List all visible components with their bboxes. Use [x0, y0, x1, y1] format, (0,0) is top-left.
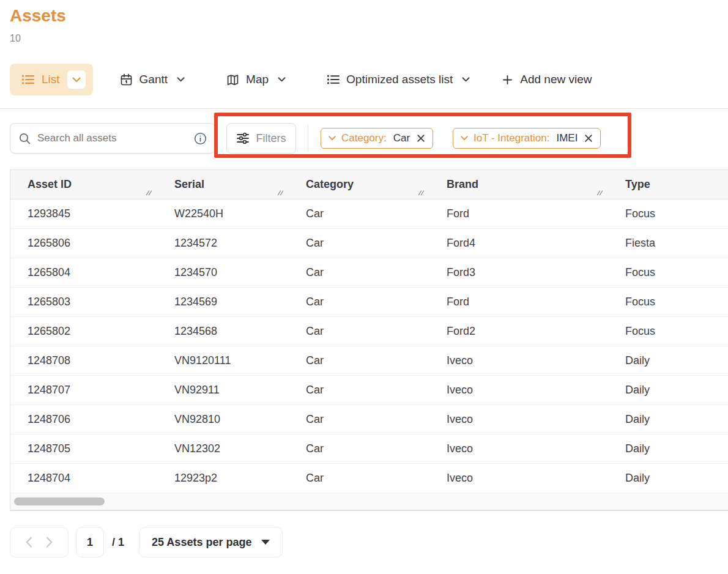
per-page-dropdown[interactable]: 25 Assets per page: [139, 527, 283, 557]
per-page-label: 25 Assets per page: [152, 536, 251, 549]
tab-list-active[interactable]: List: [10, 64, 93, 95]
column-header-serial[interactable]: Serial: [157, 170, 289, 199]
chevron-down-icon: [462, 77, 470, 82]
table-row[interactable]: 1248706VN92810CarIvecoDaily: [10, 405, 728, 434]
add-new-view-label: Add new view: [520, 73, 592, 86]
column-header-asset-id[interactable]: Asset ID: [10, 170, 157, 199]
toolbar: Filters Category: Car IoT - Integration:…: [10, 123, 728, 154]
table-cell: Focus: [608, 199, 728, 228]
table-cell: 1234568: [157, 317, 289, 346]
table-cell: 1248704: [10, 464, 157, 493]
horizontal-scrollbar-thumb[interactable]: [14, 498, 105, 505]
horizontal-scrollbar-track[interactable]: [10, 493, 728, 510]
view-tabs: List Gantt Map: [10, 64, 598, 95]
table-cell: 1293845: [10, 199, 157, 228]
search-box[interactable]: [10, 123, 215, 154]
chevron-down-icon: [177, 77, 185, 82]
tab-map[interactable]: Map: [212, 64, 300, 95]
chevron-down-icon: [72, 77, 81, 83]
column-header-brand[interactable]: Brand: [429, 170, 608, 199]
table-cell: 1248705: [10, 434, 157, 463]
table-cell: Ford3: [429, 258, 608, 287]
filters-button[interactable]: Filters: [226, 123, 296, 154]
table-cell: Fiesta: [608, 229, 728, 258]
table-cell: Car: [289, 288, 429, 316]
close-icon[interactable]: [417, 134, 425, 143]
search-input[interactable]: [37, 132, 187, 144]
list-icon: [22, 75, 34, 84]
table-row[interactable]: 12658031234569CarFordFocus: [10, 288, 728, 317]
table-row[interactable]: 12658021234568CarFord2Focus: [10, 317, 728, 346]
column-header-category[interactable]: Category: [289, 170, 429, 199]
table-cell: Car: [289, 229, 429, 258]
filter-chip-iot-integration[interactable]: IoT - Integration: IMEI: [453, 128, 601, 149]
list-view-chevron-button[interactable]: [67, 70, 86, 89]
table-cell: Daily: [608, 405, 728, 434]
table-cell: Car: [289, 434, 429, 463]
column-header-label: Category: [306, 178, 354, 191]
table-row[interactable]: 1248707VN92911CarIvecoDaily: [10, 376, 728, 405]
chevron-down-icon[interactable]: [461, 136, 468, 141]
pagination: 1 / 1 25 Assets per page: [10, 527, 283, 557]
table-cell: Car: [289, 317, 429, 346]
tab-optimized-label: Optimized assets list: [346, 73, 453, 86]
table-cell: Ford2: [429, 317, 608, 346]
sliders-icon: [237, 132, 249, 144]
section-divider: [0, 108, 728, 109]
table-cell: 1248707: [10, 376, 157, 404]
column-header-label: Type: [625, 178, 650, 191]
page-title: Assets: [10, 6, 66, 26]
table-cell: W22540H: [157, 199, 289, 228]
table-row[interactable]: 124870412923p2CarIvecoDaily: [10, 464, 728, 493]
page-total-label: / 1: [112, 536, 124, 549]
table-cell: Ford: [429, 199, 608, 228]
toolbar-divider: [308, 125, 308, 152]
info-icon[interactable]: [194, 132, 207, 145]
table-cell: Iveco: [429, 346, 608, 375]
column-resize-handle-icon[interactable]: [277, 189, 284, 196]
table-cell: Car: [289, 376, 429, 404]
table-cell: Ford4: [429, 229, 608, 258]
tab-optimized-assets-list[interactable]: Optimized assets list: [313, 64, 485, 95]
column-resize-handle-icon[interactable]: [418, 189, 425, 196]
table-cell: Ford: [429, 288, 608, 316]
plus-icon: [503, 75, 512, 84]
previous-page-button[interactable]: [26, 537, 32, 548]
table-cell: VN92911: [157, 376, 289, 404]
table-cell: Focus: [608, 258, 728, 287]
tab-gantt[interactable]: Gantt: [105, 64, 199, 95]
chevron-down-icon[interactable]: [329, 136, 336, 141]
table-header-row: Asset ID Serial Category Brand Type: [10, 170, 728, 199]
table-cell: Car: [289, 464, 429, 493]
column-header-label: Asset ID: [28, 178, 72, 191]
table-cell: VN9120111: [157, 346, 289, 375]
map-icon: [226, 73, 239, 86]
close-icon[interactable]: [584, 134, 593, 143]
filter-chip-label: IoT - Integration:: [474, 132, 549, 144]
table-cell: Iveco: [429, 405, 608, 434]
table-row[interactable]: 12658061234572CarFord4Fiesta: [10, 229, 728, 258]
add-new-view-button[interactable]: Add new view: [497, 64, 598, 95]
chevron-down-icon: [278, 77, 286, 82]
column-resize-handle-icon[interactable]: [596, 189, 603, 196]
table-cell: VN12302: [157, 434, 289, 463]
table-cell: VN92810: [157, 405, 289, 434]
next-page-button[interactable]: [46, 537, 53, 548]
asset-count: 10: [10, 33, 21, 44]
table-row[interactable]: 12658041234570CarFord3Focus: [10, 258, 728, 288]
column-header-type[interactable]: Type: [608, 170, 728, 199]
current-page-box[interactable]: 1: [76, 527, 104, 557]
table-cell: Daily: [608, 346, 728, 375]
tab-gantt-label: Gantt: [139, 73, 168, 86]
table-row[interactable]: 1248705VN12302CarIvecoDaily: [10, 434, 728, 464]
column-resize-handle-icon[interactable]: [146, 189, 152, 196]
table-cell: Focus: [608, 317, 728, 346]
filter-chip-category[interactable]: Category: Car: [321, 128, 433, 149]
table-row[interactable]: 1248708VN9120111CarIvecoDaily: [10, 346, 728, 376]
search-icon: [19, 133, 31, 144]
list-icon: [327, 75, 340, 84]
table-row[interactable]: 1293845W22540HCarFordFocus: [10, 199, 728, 229]
table-cell: 1234572: [157, 229, 289, 258]
assets-table: Asset ID Serial Category Brand Type: [10, 170, 728, 511]
table-cell: Car: [289, 258, 429, 287]
